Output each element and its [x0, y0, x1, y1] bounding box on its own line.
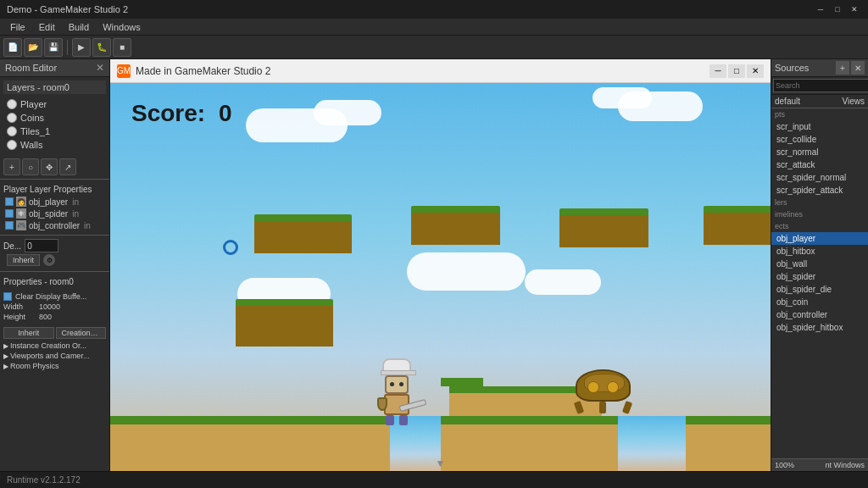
menu-windows[interactable]: Windows: [96, 19, 147, 35]
player-indicator: [223, 240, 238, 255]
layer-tool-circle[interactable]: ○: [22, 158, 39, 175]
resources-close-button[interactable]: ✕: [851, 61, 865, 75]
layer-tool-move[interactable]: ✥: [41, 158, 58, 175]
plp-icon-spider: 🕷: [16, 208, 26, 219]
status-bar: Runtime v2.1.2.172: [0, 471, 868, 488]
plp-obj-spider[interactable]: 🕷 obj_spider in: [3, 208, 106, 219]
height-label: Height: [3, 313, 37, 321]
plp-controller-name: obj_controller: [29, 221, 80, 230]
toolbar-open[interactable]: 📂: [24, 38, 42, 57]
toolbar-save[interactable]: 💾: [44, 38, 63, 57]
expand-arrow-physics: ▶: [3, 363, 8, 370]
inherit-bottom-button[interactable]: Inherit: [3, 327, 54, 339]
viewports-cameras-label: Viewports and Camer...: [10, 352, 89, 360]
resource-scr-spider-attack[interactable]: scr_spider_attack: [771, 184, 868, 197]
game-icon: GM: [117, 64, 131, 78]
resource-scr-collide[interactable]: scr_collide: [771, 133, 868, 146]
layer-tools: + ○ ✥ ↗: [0, 155, 109, 179]
resource-scr-attack[interactable]: scr_attack: [771, 158, 868, 171]
player-layer-properties: Player Layer Properties 🧑 obj_player in …: [0, 179, 109, 235]
minimize-button[interactable]: ─: [814, 3, 827, 16]
resource-obj-player[interactable]: obj_player: [771, 232, 868, 245]
clear-display-cb[interactable]: [3, 292, 12, 301]
app-title: Demo - GameMaker Studio 2: [7, 4, 128, 14]
resources-bottom: 100% nt Windows: [771, 458, 868, 471]
toolbar-run[interactable]: ▶: [72, 38, 91, 57]
resource-scr-input[interactable]: scr_input: [771, 120, 868, 133]
game-close-button[interactable]: ✕: [747, 64, 764, 78]
resource-obj-controller[interactable]: obj_controller: [771, 308, 868, 321]
plp-cb-controller[interactable]: [5, 221, 14, 230]
layer-tool-add[interactable]: +: [3, 158, 20, 175]
resource-obj-coin[interactable]: obj_coin: [771, 296, 868, 308]
zoom-level: 100%: [775, 461, 794, 469]
plp-title: Player Layer Properties: [3, 183, 106, 196]
views-label: Views: [843, 97, 865, 106]
resource-obj-spider[interactable]: obj_spider: [771, 270, 868, 283]
room-editor-title: Room Editor: [5, 63, 57, 73]
resource-obj-spider-die[interactable]: obj_spider_die: [771, 283, 868, 296]
plp-icon-controller: 🎮: [16, 220, 26, 230]
plp-cb-player[interactable]: [5, 197, 14, 206]
inherit-button[interactable]: Inherit: [7, 254, 40, 266]
toolbar-debug[interactable]: 🐛: [92, 38, 111, 57]
toolbar-stop[interactable]: ■: [113, 38, 131, 57]
plp-obj-player[interactable]: 🧑 obj_player in: [3, 196, 106, 208]
platform-3-body: [559, 215, 648, 247]
platform-3-top: [559, 208, 648, 215]
plp-obj-controller[interactable]: 🎮 obj_controller in: [3, 219, 106, 231]
player-eye-right: [399, 382, 403, 386]
resource-obj-spider-hitbox[interactable]: obj_spider_hitbox: [771, 321, 868, 334]
cloud-5: [407, 252, 526, 291]
plp-player-name: obj_player: [29, 197, 68, 207]
game-title-bar: GM Made in GameMaker Studio 2 ─ □ ✕: [110, 59, 771, 83]
height-row: Height 800: [3, 312, 106, 322]
clear-display-label: Clear Display Buffe...: [15, 292, 86, 301]
menu-file[interactable]: File: [3, 19, 32, 35]
room-physics-item[interactable]: ▶ Room Physics: [0, 361, 109, 371]
layer-coins[interactable]: Coins: [3, 111, 106, 125]
resource-obj-hitbox[interactable]: obj_hitbox: [771, 245, 868, 258]
properties-section: Properties - room0 Clear Display Buffe..…: [0, 271, 109, 325]
plp-cb-spider[interactable]: [5, 209, 14, 218]
resource-obj-wall[interactable]: obj_wall: [771, 258, 868, 270]
toolbar-new[interactable]: 📄: [3, 38, 22, 57]
resource-scr-normal[interactable]: scr_normal: [771, 146, 868, 158]
game-title-text: Made in GameMaker Studio 2: [136, 65, 704, 77]
platform-4: [704, 206, 771, 245]
layer-dot-tiles: [7, 126, 17, 136]
resource-scr-spider-normal[interactable]: scr_spider_normal: [771, 171, 868, 184]
instance-creation-item[interactable]: ▶ Instance Creation Or...: [0, 341, 109, 351]
layer-player-label: Player: [20, 99, 47, 109]
maximize-button[interactable]: □: [831, 3, 844, 16]
settings-icon[interactable]: ⚙: [43, 254, 55, 266]
layer-tiles[interactable]: Tiles_1: [3, 125, 106, 138]
layer-tool-arrow[interactable]: ↗: [59, 158, 76, 175]
player-character: [373, 358, 420, 413]
menu-edit[interactable]: Edit: [32, 19, 62, 35]
viewports-cameras-item[interactable]: ▶ Viewports and Camer...: [0, 351, 109, 361]
status-runtime: Runtime v2.1.2.172: [7, 475, 81, 485]
default-label: default: [775, 97, 800, 106]
game-minimize-button[interactable]: ─: [709, 64, 726, 78]
platform-2-body: [411, 213, 500, 245]
handlers-label: lers: [771, 197, 868, 208]
platform-1-body: [254, 221, 352, 253]
game-maximize-button[interactable]: □: [728, 64, 745, 78]
creation-button[interactable]: Creation C...: [56, 327, 107, 339]
layer-player[interactable]: Player: [3, 97, 106, 111]
player-legs: [373, 415, 420, 425]
menu-build[interactable]: Build: [62, 19, 96, 35]
resources-add-button[interactable]: +: [836, 61, 849, 75]
close-button[interactable]: ✕: [848, 3, 861, 16]
game-window: GM Made in GameMaker Studio 2 ─ □ ✕: [110, 59, 771, 471]
room-editor-close[interactable]: ✕: [96, 62, 104, 74]
resources-search-input[interactable]: [773, 79, 868, 92]
game-scroll-arrow[interactable]: ▼: [436, 458, 446, 469]
layer-walls[interactable]: Walls: [3, 138, 106, 152]
plp-spider-suffix: in: [72, 209, 79, 219]
expand-arrow-viewports: ▶: [3, 352, 8, 360]
depth-input[interactable]: [25, 239, 58, 252]
objects-label: ects: [771, 220, 868, 232]
player-head: [385, 375, 409, 394]
